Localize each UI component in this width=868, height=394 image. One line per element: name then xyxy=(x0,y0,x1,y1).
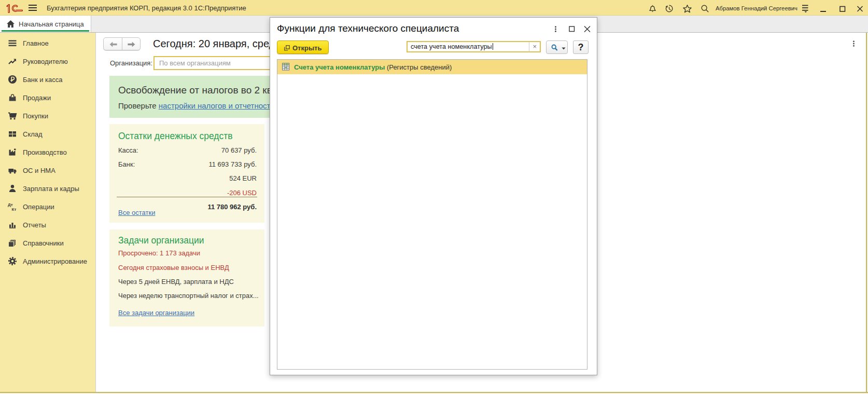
svg-text:Кт: Кт xyxy=(12,207,17,212)
